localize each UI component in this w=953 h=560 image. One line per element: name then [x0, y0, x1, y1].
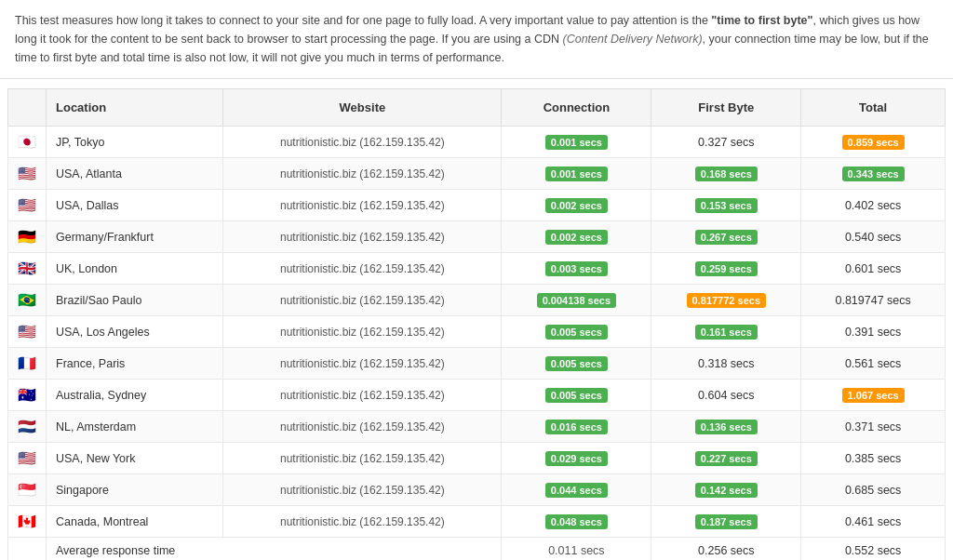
- firstbyte-cell: 0.259 secs: [651, 253, 801, 285]
- flag-cell: 🇩🇪: [8, 221, 47, 253]
- connection-cell: 0.005 secs: [502, 380, 651, 411]
- connection-cell: 0.048 secs: [502, 506, 651, 538]
- avg-connection: 0.011 secs: [502, 538, 651, 561]
- firstbyte-cell: 0.267 secs: [651, 221, 801, 253]
- flag-cell: 🇦🇺: [8, 380, 47, 411]
- location-cell: NL, Amsterdam: [47, 411, 223, 443]
- location-cell: USA, Dallas: [47, 190, 223, 221]
- desc-bold: "time to first byte": [711, 14, 812, 27]
- total-cell: 0.819747 secs: [801, 285, 946, 316]
- location-cell: UK, London: [47, 253, 223, 285]
- firstbyte-cell: 0.142 secs: [651, 474, 801, 506]
- total-cell: 0.371 secs: [801, 411, 946, 443]
- connection-cell: 0.029 secs: [502, 443, 651, 474]
- avg-total: 0.552 secs: [801, 538, 946, 561]
- firstbyte-cell: 0.227 secs: [651, 443, 801, 474]
- flag-cell: 🇬🇧: [8, 253, 47, 285]
- flag-cell: 🇺🇸: [8, 316, 47, 348]
- website-cell: nutritionistic.biz (162.159.135.42): [223, 506, 502, 538]
- website-cell: nutritionistic.biz (162.159.135.42): [223, 285, 502, 316]
- table-row: 🇺🇸USA, Atlantanutritionistic.biz (162.15…: [8, 158, 946, 190]
- table-row: 🇫🇷France, Parisnutritionistic.biz (162.1…: [8, 348, 946, 380]
- location-cell: Canada, Montreal: [47, 506, 223, 538]
- flag-cell: 🇺🇸: [8, 443, 47, 474]
- website-cell: nutritionistic.biz (162.159.135.42): [223, 443, 502, 474]
- total-cell: 0.685 secs: [801, 474, 946, 506]
- firstbyte-cell: 0.817772 secs: [651, 285, 801, 316]
- website-cell: nutritionistic.biz (162.159.135.42): [223, 474, 502, 506]
- connection-cell: 0.001 secs: [502, 158, 651, 190]
- description-text: This test measures how long it takes to …: [0, 0, 953, 79]
- flag-cell: 🇨🇦: [8, 506, 47, 538]
- table-row: 🇯🇵JP, Tokyonutritionistic.biz (162.159.1…: [8, 127, 946, 158]
- total-cell: 0.391 secs: [801, 316, 946, 348]
- firstbyte-cell: 0.161 secs: [651, 316, 801, 348]
- website-cell: nutritionistic.biz (162.159.135.42): [223, 380, 502, 411]
- avg-firstbyte: 0.256 secs: [651, 538, 801, 561]
- firstbyte-cell: 0.318 secs: [651, 348, 801, 380]
- flag-cell: 🇧🇷: [8, 285, 47, 316]
- flag-cell: 🇳🇱: [8, 411, 47, 443]
- table-row: 🇺🇸USA, Los Angelesnutritionistic.biz (16…: [8, 316, 946, 348]
- firstbyte-cell: 0.604 secs: [651, 380, 801, 411]
- table-row: 🇬🇧UK, Londonnutritionistic.biz (162.159.…: [8, 253, 946, 285]
- website-cell: nutritionistic.biz (162.159.135.42): [223, 348, 502, 380]
- location-cell: USA, Los Angeles: [47, 316, 223, 348]
- connection-cell: 0.016 secs: [502, 411, 651, 443]
- table-row: 🇧🇷Brazil/Sao Paulonutritionistic.biz (16…: [8, 285, 946, 316]
- average-row: Average response time 0.011 secs 0.256 s…: [8, 538, 946, 561]
- website-cell: nutritionistic.biz (162.159.135.42): [223, 221, 502, 253]
- firstbyte-cell: 0.168 secs: [651, 158, 801, 190]
- flag-cell: 🇺🇸: [8, 190, 47, 221]
- location-cell: Brazil/Sao Paulo: [47, 285, 223, 316]
- connection-cell: 0.005 secs: [502, 316, 651, 348]
- desc-italic: (Content Delivery Network): [563, 33, 703, 46]
- connection-cell: 0.005 secs: [502, 348, 651, 380]
- col-connection: Connection: [502, 89, 651, 127]
- table-header-row: Location Website Connection First Byte T…: [8, 89, 946, 127]
- total-cell: 0.859 secs: [801, 127, 946, 158]
- total-cell: 0.385 secs: [801, 443, 946, 474]
- firstbyte-cell: 0.327 secs: [651, 127, 801, 158]
- firstbyte-cell: 0.136 secs: [651, 411, 801, 443]
- table-row: 🇸🇬Singaporenutritionistic.biz (162.159.1…: [8, 474, 946, 506]
- total-cell: 1.067 secs: [801, 380, 946, 411]
- connection-cell: 0.002 secs: [502, 221, 651, 253]
- website-cell: nutritionistic.biz (162.159.135.42): [223, 316, 502, 348]
- table-row: 🇨🇦Canada, Montrealnutritionistic.biz (16…: [8, 506, 946, 538]
- flag-cell: 🇫🇷: [8, 348, 47, 380]
- table-row: 🇺🇸USA, New Yorknutritionistic.biz (162.1…: [8, 443, 946, 474]
- connection-cell: 0.002 secs: [502, 190, 651, 221]
- performance-table: Location Website Connection First Byte T…: [7, 88, 946, 560]
- flag-cell: 🇸🇬: [8, 474, 47, 506]
- total-cell: 0.561 secs: [801, 348, 946, 380]
- avg-flag: [8, 538, 47, 561]
- table-row: 🇳🇱NL, Amsterdamnutritionistic.biz (162.1…: [8, 411, 946, 443]
- location-cell: Singapore: [47, 474, 223, 506]
- website-cell: nutritionistic.biz (162.159.135.42): [223, 411, 502, 443]
- location-cell: Australia, Sydney: [47, 380, 223, 411]
- total-cell: 0.461 secs: [801, 506, 946, 538]
- website-cell: nutritionistic.biz (162.159.135.42): [223, 253, 502, 285]
- flag-cell: 🇯🇵: [8, 127, 47, 158]
- total-cell: 0.343 secs: [801, 158, 946, 190]
- table-row: 🇩🇪Germany/Frankfurtnutritionistic.biz (1…: [8, 221, 946, 253]
- col-firstbyte: First Byte: [651, 89, 801, 127]
- location-cell: USA, Atlanta: [47, 158, 223, 190]
- table-wrapper: Location Website Connection First Byte T…: [0, 79, 953, 560]
- connection-cell: 0.003 secs: [502, 253, 651, 285]
- table-row: 🇺🇸USA, Dallasnutritionistic.biz (162.159…: [8, 190, 946, 221]
- firstbyte-cell: 0.187 secs: [651, 506, 801, 538]
- connection-cell: 0.044 secs: [502, 474, 651, 506]
- location-cell: Germany/Frankfurt: [47, 221, 223, 253]
- firstbyte-cell: 0.153 secs: [651, 190, 801, 221]
- location-cell: JP, Tokyo: [47, 127, 223, 158]
- connection-cell: 0.001 secs: [502, 127, 651, 158]
- desc-part1: This test measures how long it takes to …: [15, 14, 711, 27]
- location-cell: USA, New York: [47, 443, 223, 474]
- connection-cell: 0.004138 secs: [502, 285, 651, 316]
- total-cell: 0.540 secs: [801, 221, 946, 253]
- website-cell: nutritionistic.biz (162.159.135.42): [223, 127, 502, 158]
- col-total: Total: [801, 89, 946, 127]
- avg-label: Average response time: [47, 538, 502, 561]
